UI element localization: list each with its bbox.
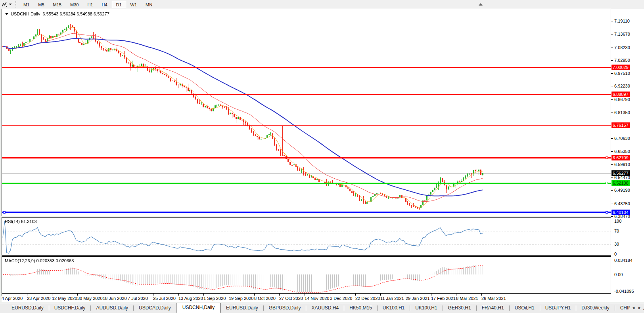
chart-tab-usdchf-daily[interactable]: USDCHF,Daily xyxy=(49,303,91,313)
date-tick xyxy=(27,294,27,296)
chart-tab-dj30-weekly[interactable]: DJ30,Weekly xyxy=(576,303,614,313)
date-axis: 4 Apr 202023 Apr 202012 May 202030 May 2… xyxy=(2,294,644,302)
chart-tab-uk100-h1[interactable]: UK100,H1 xyxy=(410,303,442,313)
chart-tab-audusd-daily[interactable]: AUDUSD,Daily xyxy=(91,303,133,313)
date-tick xyxy=(178,294,179,296)
hline-price-badge[interactable]: 6.52138 xyxy=(611,180,630,186)
timeframe-button-m5[interactable]: M5 xyxy=(34,1,48,8)
hline-price-badge[interactable]: 6.62709 xyxy=(611,155,630,160)
macd-scale-label: 0.034184 xyxy=(614,258,632,263)
axis-tick-dash xyxy=(611,151,613,152)
toolbar-grip xyxy=(15,1,16,8)
macd-pane: MACD(12,26,9) 0.020353 0.020363 xyxy=(2,256,611,294)
chart-tab-ger30-h1[interactable]: GER30,H1 xyxy=(443,303,476,313)
axis-tick-dash xyxy=(611,177,613,178)
axis-tick-dash xyxy=(611,99,613,100)
axis-tick-dash xyxy=(611,138,613,139)
axis-tick-dash xyxy=(611,164,613,165)
date-label: 11 Jan 2021 xyxy=(380,296,404,301)
price-axis: 7.191107.136707.082307.029506.975106.922… xyxy=(611,9,644,294)
date-tick xyxy=(2,294,2,296)
chart-tab-xauusd-h4[interactable]: XAUUSD,H4 xyxy=(306,303,344,313)
date-tick xyxy=(279,294,280,296)
price-tick-label: 6.81350 xyxy=(614,110,630,115)
timeframe-button-h4[interactable]: H4 xyxy=(97,1,111,8)
hline-price-badge[interactable]: 6.40104 xyxy=(611,210,630,215)
date-label: 13 Aug 2020 xyxy=(178,296,203,301)
price-tick-label: 7.19110 xyxy=(614,19,630,23)
main-chart-canvas[interactable] xyxy=(2,9,611,216)
price-tick-label: 6.92230 xyxy=(614,84,630,88)
toolbar-overflow-icon[interactable] xyxy=(479,3,483,6)
axis-tick-dash xyxy=(611,216,613,217)
date-label: 19 Sep 2020 xyxy=(229,296,253,301)
date-tick xyxy=(229,294,229,296)
timeframe-button-h1[interactable]: H1 xyxy=(83,1,97,8)
chart-symbol-label: USDCNH,Daily xyxy=(11,11,40,16)
date-label: 23 Apr 2020 xyxy=(27,296,50,301)
chart-tab-usdjpy-h1[interactable]: USDJPY,H1 xyxy=(540,303,576,313)
date-label: 7 Jul 2020 xyxy=(128,296,148,301)
chart-tab-uk100-h1[interactable]: UK100,H1 xyxy=(378,303,410,313)
date-label: 30 May 2020 xyxy=(77,296,103,301)
date-label: 3 Dec 2020 xyxy=(330,296,352,301)
date-tick xyxy=(203,294,204,296)
date-tick xyxy=(431,294,431,296)
cursor-tool-button[interactable] xyxy=(1,1,12,8)
rsi-scale-label: 100 xyxy=(614,219,621,223)
hline-price-badge[interactable]: 7.00029 xyxy=(611,65,630,70)
price-tick-label: 7.02950 xyxy=(614,58,630,63)
date-tick xyxy=(355,294,356,296)
date-label: 8 Mar 2021 xyxy=(456,296,478,301)
rsi-canvas[interactable] xyxy=(2,218,611,255)
date-label: 18 Jun 2020 xyxy=(103,296,127,301)
mt4-workspace: { "toolbar": { "timeframes": ["M1","M5",… xyxy=(0,0,644,313)
date-tick xyxy=(305,294,305,296)
top-toolbar: M1M5M15M30H1H4D1W1MN xyxy=(0,0,644,9)
timeframe-button-m30[interactable]: M30 xyxy=(66,1,83,8)
macd-label: MACD(12,26,9) 0.020353 0.020363 xyxy=(5,258,74,263)
cursor-tool-icon xyxy=(1,1,8,8)
date-label: 1 Sep 2020 xyxy=(203,296,226,301)
chart-tab-usoil-h1[interactable]: USOil,H1 xyxy=(510,303,540,313)
timeframe-button-mn[interactable]: MN xyxy=(141,1,157,8)
chart-tab-fra40-h1[interactable]: FRA40,H1 xyxy=(477,303,509,313)
macd-canvas[interactable] xyxy=(2,257,611,293)
date-tick xyxy=(380,294,381,296)
date-tick xyxy=(481,294,482,296)
timeframe-button-m1[interactable]: M1 xyxy=(19,1,34,8)
date-tick xyxy=(330,294,330,296)
chart-tab-eurusd-daily[interactable]: EURUSD,Daily xyxy=(221,303,263,313)
timeframe-button-d1[interactable]: D1 xyxy=(112,1,126,8)
chart-tab-hk50-m15[interactable]: HK50,M15 xyxy=(344,303,377,313)
timeframe-button-w1[interactable]: W1 xyxy=(126,1,142,8)
axis-tick-dash xyxy=(611,21,613,21)
chart-tab-usdcnh-daily[interactable]: USDCNH,Daily xyxy=(176,303,221,313)
date-tick xyxy=(77,294,78,296)
tab-scroll-left-icon[interactable]: ◄ xyxy=(631,305,635,310)
date-label: 26 Mar 2021 xyxy=(481,296,506,301)
chart-tab-usdcad-daily[interactable]: USDCAD,Daily xyxy=(134,303,176,313)
date-label: 8 Oct 2020 xyxy=(254,296,276,301)
date-label: 12 May 2020 xyxy=(52,296,77,301)
axis-tick-dash xyxy=(611,113,613,113)
timeframe-buttons: M1M5M15M30H1H4D1W1MN xyxy=(19,1,157,8)
tab-scroll-right-icon[interactable]: ► xyxy=(638,305,642,310)
hline-price-badge[interactable]: 6.88897 xyxy=(611,92,630,97)
date-tick xyxy=(406,294,406,296)
dropdown-caret-icon[interactable] xyxy=(9,4,12,5)
chart-tab-eurusd-daily[interactable]: EURUSD,Daily xyxy=(6,303,49,313)
price-tick-label: 6.97510 xyxy=(614,71,630,76)
chart-tab-gbpusd-daily[interactable]: GBPUSD,Daily xyxy=(264,303,306,313)
date-label: 14 Nov 2020 xyxy=(305,296,329,301)
date-label: 17 Feb 2021 xyxy=(431,296,456,301)
date-tick xyxy=(128,294,128,296)
date-label: 27 Oct 2020 xyxy=(279,296,303,301)
hline-price-badge[interactable]: 6.76157 xyxy=(611,122,630,128)
timeframe-button-m15[interactable]: M15 xyxy=(49,1,66,8)
collapse-caret-icon[interactable] xyxy=(5,13,8,15)
axis-tick-dash xyxy=(611,60,613,61)
date-label: 25 Jul 2020 xyxy=(153,296,176,301)
rsi-scale-label: 30 xyxy=(614,242,619,246)
axis-tick-dash xyxy=(611,34,613,34)
